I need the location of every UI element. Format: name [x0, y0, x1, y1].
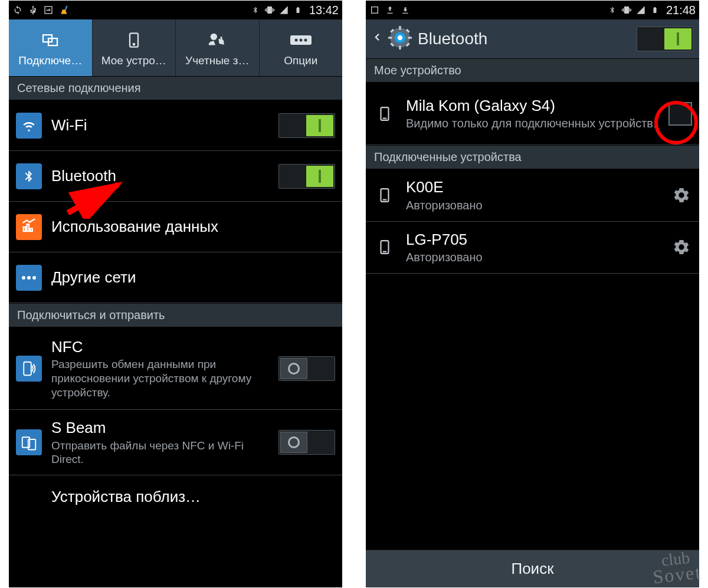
- screenshot-icon: [43, 5, 54, 15]
- notify-icon: [369, 5, 380, 15]
- svg-rect-23: [408, 37, 412, 38]
- row-data-usage[interactable]: Использование данных: [9, 202, 342, 252]
- row-subtitle: Отправить файлы через NFC и Wi-Fi Direct…: [51, 439, 273, 467]
- signal-icon: [278, 5, 289, 15]
- svg-point-10: [22, 276, 25, 280]
- row-sbeam[interactable]: S Beam Отправить файлы через NFC и Wi-Fi…: [9, 410, 342, 475]
- svg-rect-13: [24, 362, 31, 375]
- row-subtitle: Разрешить обмен данными при прикосновени…: [51, 357, 273, 399]
- section-header-network: Сетевые подключения: [9, 76, 342, 100]
- sbeam-icon: [16, 429, 42, 455]
- row-title: Использование данных: [51, 217, 335, 236]
- row-my-device[interactable]: Mila Kom (Galaxy S4) Видимо только для п…: [366, 83, 699, 145]
- status-bar: 13:42: [9, 1, 342, 19]
- wifi-toggle[interactable]: [278, 113, 335, 138]
- tab-more[interactable]: Опции: [260, 19, 343, 76]
- section-header-connect-share: Подключиться и отправить: [9, 303, 342, 327]
- row-title: S Beam: [51, 418, 273, 438]
- section-header-paired: Подключенные устройства: [366, 145, 699, 169]
- bluetooth-toggle[interactable]: [278, 164, 335, 189]
- data-usage-icon: [16, 214, 42, 240]
- signal-icon: [635, 5, 646, 15]
- status-time: 13:42: [309, 4, 339, 17]
- settings-tabs: Подключе… Мое устро… Учетные з… Опции: [9, 19, 342, 76]
- paired-device-row[interactable]: K00E Авторизовано: [366, 169, 699, 222]
- row-bluetooth[interactable]: Bluetooth: [9, 151, 342, 202]
- settings-gear-icon: [388, 26, 412, 52]
- row-title: Bluetooth: [51, 166, 273, 186]
- row-wifi[interactable]: Wi-Fi: [9, 100, 342, 151]
- accounts-icon: [207, 28, 227, 52]
- page-title: Bluetooth: [418, 29, 631, 48]
- search-button-label: Поиск: [511, 560, 553, 578]
- more-icon: [289, 28, 313, 52]
- svg-point-19: [398, 35, 402, 40]
- row-subtitle: Видимо только для подключенных устройств…: [406, 116, 663, 131]
- svg-rect-1: [65, 5, 68, 10]
- section-header-my-device: Мое устройство: [366, 58, 699, 83]
- svg-rect-16: [372, 7, 378, 14]
- svg-point-9: [304, 39, 307, 42]
- nfc-icon: [16, 356, 42, 382]
- row-title: LG-P705: [406, 230, 665, 249]
- battery-icon: [293, 5, 303, 15]
- device-settings-button[interactable]: [671, 236, 692, 258]
- vibrate-icon: [264, 5, 275, 15]
- cleaner-icon: [58, 4, 71, 17]
- usb-icon: [28, 5, 38, 15]
- status-time: 21:48: [666, 4, 696, 17]
- bluetooth-status-icon: [607, 5, 618, 15]
- row-more-networks[interactable]: Другие сети: [9, 252, 342, 303]
- svg-rect-21: [399, 45, 401, 50]
- connections-icon: [38, 28, 62, 52]
- bluetooth-status-icon: [250, 5, 261, 15]
- row-title: Mila Kom (Galaxy S4): [406, 96, 663, 116]
- phone-icon: [373, 182, 396, 208]
- visibility-checkbox[interactable]: [668, 102, 692, 126]
- wifi-icon: [16, 113, 42, 139]
- svg-rect-20: [399, 26, 401, 30]
- row-title: Wi-Fi: [51, 116, 273, 135]
- svg-point-8: [299, 39, 302, 42]
- search-button[interactable]: Поиск: [366, 550, 699, 587]
- status-bar: 21:48: [366, 1, 699, 19]
- paired-device-row[interactable]: LG-P705 Авторизовано: [366, 222, 699, 274]
- row-subtitle: Авторизовано: [406, 198, 665, 213]
- nfc-toggle[interactable]: [278, 356, 335, 381]
- vibrate-icon: [621, 5, 632, 15]
- svg-point-11: [27, 276, 31, 280]
- tab-accounts[interactable]: Учетные з…: [176, 19, 260, 76]
- svg-point-4: [211, 34, 217, 40]
- svg-point-12: [32, 276, 36, 280]
- svg-point-3: [133, 44, 135, 45]
- device-settings-button[interactable]: [671, 185, 692, 206]
- upload-icon: [385, 5, 395, 15]
- row-subtitle: Авторизовано: [406, 250, 665, 265]
- phone-settings-screenshot: 13:42 Подключе… Мое устро… Учетные з…: [9, 1, 342, 587]
- svg-rect-22: [388, 37, 392, 38]
- phone-icon: [373, 101, 396, 127]
- bluetooth-icon: [16, 163, 42, 189]
- back-button[interactable]: [372, 28, 382, 51]
- tab-my-device[interactable]: Мое устро…: [93, 19, 176, 76]
- sbeam-toggle[interactable]: [278, 430, 335, 455]
- phone-icon: [373, 234, 396, 260]
- row-title: NFC: [51, 337, 273, 357]
- bluetooth-header: Bluetooth: [366, 19, 699, 58]
- row-title: K00E: [406, 178, 665, 197]
- battery-icon: [650, 5, 660, 15]
- device-icon: [126, 28, 142, 52]
- bluetooth-master-toggle[interactable]: [637, 27, 693, 51]
- download-icon: [400, 5, 411, 15]
- row-nearby-devices[interactable]: Устройства поблиз…: [9, 475, 342, 518]
- sync-icon: [12, 5, 23, 15]
- tab-connections[interactable]: Подключе…: [9, 19, 93, 76]
- more-networks-icon: [16, 265, 42, 291]
- row-title: Другие сети: [51, 268, 335, 287]
- row-title: Устройства поблиз…: [51, 487, 335, 507]
- row-nfc[interactable]: NFC Разрешить обмен данными при прикосно…: [9, 327, 342, 410]
- svg-point-7: [294, 39, 297, 42]
- phone-bluetooth-screenshot: 21:48 Bluetooth Мое устройство Mila Kom …: [366, 1, 699, 587]
